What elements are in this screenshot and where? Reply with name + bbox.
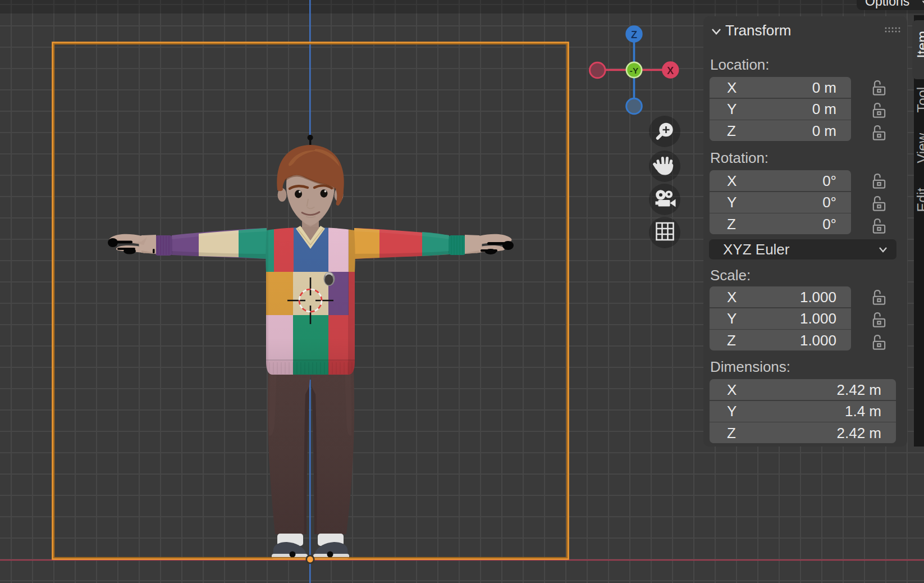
svg-text:X: X — [667, 65, 674, 76]
svg-text:-Y: -Y — [630, 66, 639, 75]
svg-text:Z: Z — [631, 29, 637, 40]
